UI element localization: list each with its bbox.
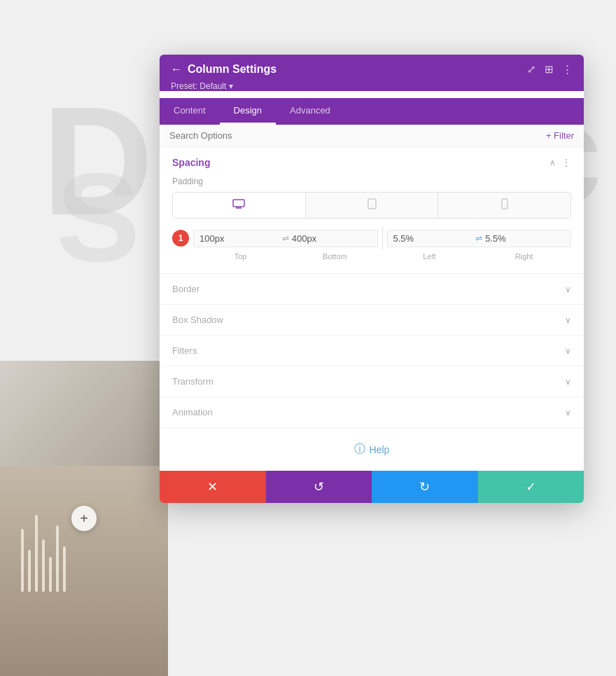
device-tab-mobile[interactable] [438, 193, 570, 218]
back-arrow-icon[interactable]: ← [171, 63, 182, 76]
candle [35, 515, 38, 592]
help-label[interactable]: Help [370, 444, 390, 455]
candle [56, 525, 59, 592]
desktop-icon [232, 199, 245, 212]
fullscreen-icon[interactable]: ⤢ [527, 63, 536, 76]
candle [49, 557, 52, 592]
border-section[interactable]: Border ∨ [160, 274, 584, 305]
save-button[interactable]: ✓ [478, 471, 584, 503]
bottom-value: 400px [292, 233, 372, 244]
filters-chevron-icon: ∨ [565, 346, 571, 356]
vertical-divider [382, 227, 383, 249]
device-tab-desktop[interactable] [173, 193, 306, 218]
modal-tabs: Content Design Advanced [160, 98, 584, 125]
transform-section[interactable]: Transform ∨ [160, 366, 584, 397]
cancel-button[interactable]: ✕ [160, 471, 266, 503]
spacing-section: Spacing ∧ ⋮ Padding [160, 147, 584, 274]
column-settings-modal: ← Column Settings ⤢ ⊞ ⋮ Preset: Default … [160, 55, 584, 503]
box-shadow-title: Box Shadow [172, 315, 223, 325]
modal-header-icons: ⤢ ⊞ ⋮ [527, 63, 573, 76]
link-top-bottom-icon[interactable]: ⇌ [282, 233, 289, 243]
padding-label: Padding [172, 177, 571, 186]
bg-letter-s: S [56, 154, 140, 280]
svg-rect-0 [233, 200, 244, 207]
filter-button[interactable]: + Filter [546, 130, 574, 141]
right-value: 5.5% [485, 233, 565, 244]
modal-body: Spacing ∧ ⋮ Padding [160, 147, 584, 471]
modal-footer: ✕ ↺ ↻ ✓ [160, 471, 584, 503]
svg-point-7 [504, 207, 505, 208]
modal-title: Column Settings [188, 63, 276, 76]
search-bar: + Filter [160, 125, 584, 147]
candles-decoration [21, 515, 66, 592]
animation-title: Animation [172, 407, 213, 418]
tab-design[interactable]: Design [220, 98, 276, 125]
spacing-options-icon[interactable]: ⋮ [561, 157, 571, 168]
candle [28, 550, 31, 592]
box-shadow-chevron-icon: ∨ [565, 315, 571, 325]
left-value: 5.5% [393, 233, 473, 244]
preset-selector[interactable]: Preset: Default ▾ [171, 81, 573, 91]
mobile-icon [501, 198, 508, 212]
step-badge: 1 [172, 230, 189, 247]
animation-section[interactable]: Animation ∨ [160, 397, 584, 428]
search-input[interactable] [169, 130, 546, 141]
top-input-group[interactable]: 100px ⇌ 400px [193, 230, 378, 247]
modal-title-left: ← Column Settings [171, 63, 276, 76]
spacing-section-header: Spacing ∧ ⋮ [172, 157, 571, 168]
spacing-section-controls: ∧ ⋮ [550, 157, 571, 168]
candle [42, 539, 45, 592]
modal-header: ← Column Settings ⤢ ⊞ ⋮ Preset: Default … [160, 55, 584, 91]
undo-icon: ↺ [314, 479, 324, 495]
filters-title: Filters [172, 345, 197, 356]
tab-content[interactable]: Content [160, 98, 220, 125]
border-title: Border [172, 284, 200, 294]
tab-advanced[interactable]: Advanced [276, 98, 344, 125]
spacing-collapse-icon[interactable]: ∧ [550, 158, 556, 167]
link-left-right-icon[interactable]: ⇌ [475, 233, 482, 243]
svg-point-5 [371, 207, 372, 208]
tablet-icon [368, 198, 377, 212]
top-value: 100px [200, 233, 279, 244]
modal-title-row: ← Column Settings ⤢ ⊞ ⋮ [171, 63, 573, 76]
box-shadow-section[interactable]: Box Shadow ∨ [160, 305, 584, 336]
transform-chevron-icon: ∨ [565, 377, 571, 387]
candle [63, 546, 66, 592]
spacing-section-title: Spacing [172, 157, 210, 168]
padding-inputs-row: 1 100px ⇌ 400px 5.5% ⇌ 5.5% [172, 227, 571, 249]
layout-icon[interactable]: ⊞ [545, 63, 554, 76]
more-options-icon[interactable]: ⋮ [562, 63, 573, 76]
help-section: ⓘ Help [160, 428, 584, 471]
redo-button[interactable]: ↻ [372, 471, 478, 503]
add-element-button[interactable]: + [71, 506, 97, 531]
candle [21, 529, 24, 592]
redo-icon: ↻ [419, 479, 430, 495]
transform-title: Transform [172, 376, 214, 387]
help-circle-icon[interactable]: ⓘ [354, 442, 365, 457]
top-label: Top [193, 252, 288, 261]
bottom-label: Bottom [288, 252, 382, 261]
device-tabs [172, 192, 571, 219]
padding-labels-row: Top Bottom Left Right [172, 252, 571, 261]
save-icon: ✓ [526, 479, 536, 495]
undo-button[interactable]: ↺ [266, 471, 372, 503]
border-chevron-icon: ∨ [565, 284, 571, 294]
device-tab-tablet[interactable] [306, 193, 439, 218]
filters-section[interactable]: Filters ∨ [160, 336, 584, 366]
photo-area: + [0, 361, 168, 676]
left-right-input-group[interactable]: 5.5% ⇌ 5.5% [387, 230, 572, 247]
right-label: Right [477, 252, 571, 261]
cancel-icon: ✕ [207, 479, 218, 495]
animation-chevron-icon: ∨ [565, 408, 571, 418]
left-label: Left [382, 252, 477, 261]
